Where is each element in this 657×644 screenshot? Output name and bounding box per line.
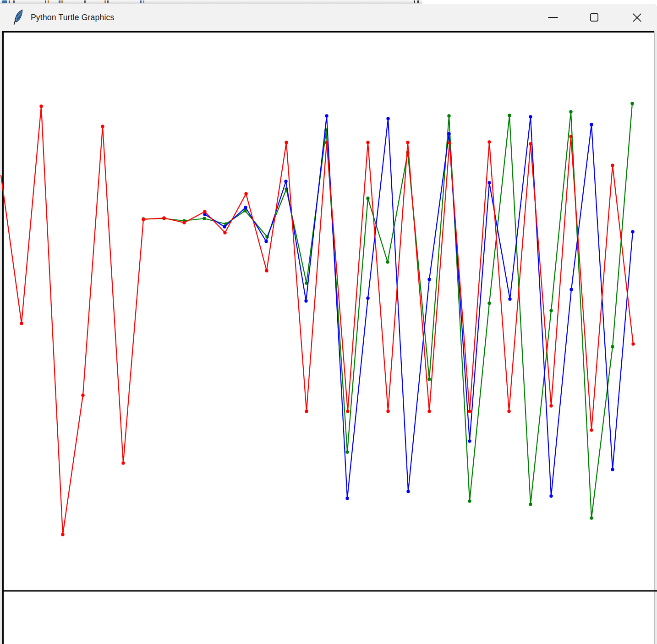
series-blue-marker bbox=[264, 240, 268, 243]
series-red-marker bbox=[406, 141, 409, 144]
series-red-marker bbox=[325, 141, 328, 144]
series-red-marker bbox=[448, 141, 451, 144]
series-blue-marker bbox=[611, 468, 614, 471]
sliver-mark bbox=[417, 0, 419, 3]
series-red-marker bbox=[203, 210, 206, 213]
series-red-marker bbox=[61, 533, 64, 536]
sliver-mark bbox=[107, 0, 109, 3]
series-red-marker bbox=[305, 409, 308, 413]
series-red-marker bbox=[346, 409, 349, 413]
sliver-mark bbox=[140, 0, 142, 3]
series-blue-marker bbox=[549, 494, 553, 497]
series-red-marker bbox=[468, 409, 471, 413]
series-blue-marker bbox=[223, 225, 226, 228]
close-button[interactable] bbox=[626, 7, 647, 27]
series-green-marker bbox=[630, 102, 634, 105]
series-red-marker bbox=[182, 221, 186, 224]
series-green-marker bbox=[569, 110, 572, 113]
series-blue-marker bbox=[406, 490, 410, 493]
series-red-marker bbox=[20, 322, 23, 325]
series-blue-marker bbox=[590, 123, 593, 126]
sliver-mark bbox=[2, 0, 7, 3]
sliver-mark bbox=[414, 0, 415, 3]
sliver-mark bbox=[61, 0, 63, 3]
series-blue-marker bbox=[386, 117, 389, 120]
tk-feather-icon bbox=[12, 9, 24, 26]
series-red-marker bbox=[569, 135, 572, 138]
series-red-marker bbox=[39, 104, 43, 108]
sliver-mark bbox=[45, 0, 46, 3]
canvas-area bbox=[0, 31, 657, 644]
series-red-marker bbox=[81, 393, 84, 397]
series-red-marker bbox=[223, 231, 226, 234]
series-blue-marker bbox=[631, 230, 634, 233]
minimize-icon bbox=[548, 16, 558, 18]
series-red-marker bbox=[366, 141, 369, 144]
series-blue-marker bbox=[569, 288, 573, 291]
sliver-mark bbox=[84, 0, 86, 3]
series-red-marker bbox=[265, 269, 268, 272]
series-blue-marker bbox=[447, 132, 450, 135]
turtle-graphics-window: Python Turtle Graphics bbox=[0, 4, 657, 644]
sliver-mark bbox=[59, 0, 60, 3]
series-red-marker bbox=[507, 409, 510, 413]
series-red-marker bbox=[427, 409, 431, 413]
series-red-marker bbox=[590, 428, 593, 431]
maximize-button[interactable] bbox=[584, 7, 605, 27]
series-green-marker bbox=[611, 345, 614, 348]
series-red-marker bbox=[121, 461, 125, 464]
series-red-marker bbox=[529, 142, 532, 145]
sliver-mark bbox=[9, 0, 10, 3]
series-red-marker bbox=[549, 404, 553, 407]
minimize-button[interactable] bbox=[542, 7, 564, 27]
series-red-line bbox=[1, 106, 633, 535]
series-red-marker bbox=[101, 125, 104, 128]
turtle-canvas bbox=[0, 31, 657, 644]
series-green-marker bbox=[447, 114, 450, 117]
series-green-line bbox=[143, 104, 632, 518]
series-green-marker bbox=[366, 196, 369, 200]
series-red-marker bbox=[386, 409, 389, 413]
series-blue-marker bbox=[366, 296, 369, 300]
series-red-marker bbox=[611, 164, 614, 167]
series-red-marker bbox=[631, 342, 635, 345]
series-blue-marker bbox=[508, 297, 511, 300]
series-blue-marker bbox=[345, 497, 349, 500]
series-red-marker bbox=[487, 140, 491, 143]
series-blue-marker bbox=[487, 181, 491, 184]
series-blue-marker bbox=[529, 115, 532, 118]
title-bar: Python Turtle Graphics bbox=[0, 4, 657, 31]
series-green-marker bbox=[386, 260, 389, 263]
series-green-marker bbox=[529, 502, 532, 506]
series-green-marker bbox=[203, 217, 206, 220]
series-red-marker bbox=[142, 218, 145, 221]
series-blue-marker bbox=[304, 299, 307, 302]
series-blue-marker bbox=[284, 180, 287, 183]
series-red-marker bbox=[285, 141, 288, 144]
series-green-marker bbox=[508, 114, 511, 117]
window-title: Python Turtle Graphics bbox=[31, 13, 114, 22]
series-red-marker bbox=[162, 216, 165, 219]
maximize-icon bbox=[590, 13, 598, 22]
series-green-marker bbox=[345, 450, 349, 453]
close-icon bbox=[633, 13, 641, 22]
series-green-marker bbox=[549, 309, 553, 312]
sliver-mark bbox=[104, 0, 106, 3]
series-green-marker bbox=[427, 377, 431, 381]
sliver-mark bbox=[13, 0, 15, 3]
series-green-marker bbox=[468, 499, 471, 502]
series-blue-marker bbox=[427, 278, 431, 281]
series-green-marker bbox=[590, 516, 593, 519]
sliver-mark bbox=[48, 0, 49, 3]
sliver-mark bbox=[143, 0, 144, 3]
series-blue-marker bbox=[468, 439, 471, 442]
series-green-marker bbox=[487, 301, 491, 305]
screen: Python Turtle Graphics bbox=[0, 0, 657, 644]
series-blue-marker bbox=[325, 114, 328, 117]
series-red-marker bbox=[244, 192, 247, 195]
series-blue-marker bbox=[244, 206, 247, 209]
